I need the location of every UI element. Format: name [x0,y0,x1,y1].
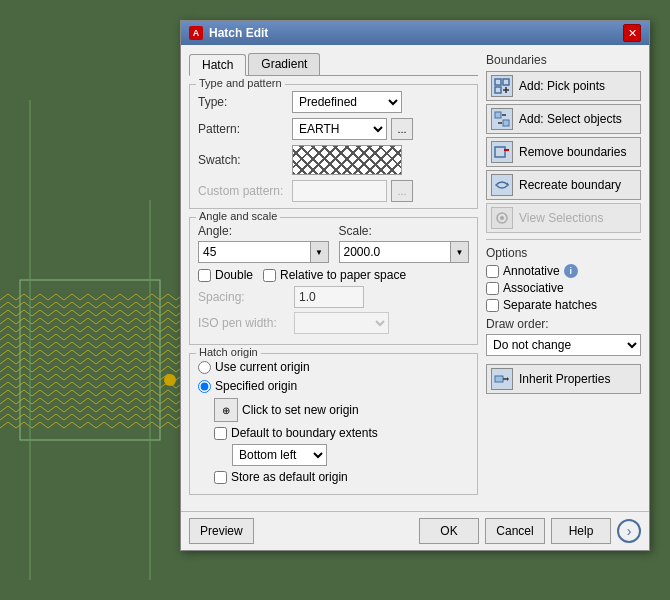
default-extents-label: Default to boundary extents [231,426,378,440]
inherit-properties-button[interactable]: Inherit Properties [486,364,641,394]
current-origin-label: Use current origin [215,360,310,374]
type-select[interactable]: Predefined User defined Custom [292,91,402,113]
set-origin-button[interactable]: ⊕ [214,398,238,422]
svg-rect-1 [503,79,509,85]
preview-button[interactable]: Preview [189,518,254,544]
double-checkbox[interactable] [198,269,211,282]
options-section-label: Options [486,246,641,260]
custom-pattern-row: Custom pattern: ... [198,180,469,202]
angle-sub-label: Angle: [198,224,329,238]
bottom-bar: Preview OK Cancel Help › [181,511,649,550]
draw-order-label: Draw order: [486,317,641,331]
specified-origin-label: Specified origin [215,379,297,393]
svg-rect-14 [495,376,503,382]
custom-pattern-browse[interactable]: ... [391,180,413,202]
angle-scale-label: Angle and scale [196,210,280,222]
double-label: Double [215,268,253,282]
relative-checkbox[interactable] [263,269,276,282]
hatch-edit-dialog: A Hatch Edit ✕ Hatch Gradient Type and p… [180,20,650,551]
pattern-row: Pattern: EARTH ANSI31 DOTS ... [198,118,469,140]
tab-gradient[interactable]: Gradient [248,53,320,75]
dialog-body: Hatch Gradient Type and pattern Type: Pr… [181,45,649,511]
type-label: Type: [198,95,288,109]
draw-order-select[interactable]: Do not change Send to back Bring to fron… [486,334,641,356]
add-pick-icon [491,75,513,97]
add-select-button[interactable]: Add: Select objects [486,104,641,134]
left-panel: Hatch Gradient Type and pattern Type: Pr… [189,53,478,503]
annotative-info-icon: i [564,264,578,278]
inherit-properties-label: Inherit Properties [519,372,610,386]
associative-checkbox[interactable] [486,282,499,295]
view-selections-button[interactable]: View Selections [486,203,641,233]
angle-dropdown-btn[interactable]: ▼ [310,242,328,262]
pattern-browse-button[interactable]: ... [391,118,413,140]
separate-hatches-checkbox[interactable] [486,299,499,312]
inherit-properties-icon [491,368,513,390]
associative-row: Associative [486,281,641,295]
dialog-title: Hatch Edit [209,26,268,40]
type-row: Type: Predefined User defined Custom [198,91,469,113]
add-pick-points-button[interactable]: Add: Pick points [486,71,641,101]
iso-select[interactable] [294,312,389,334]
swatch-row: Swatch: [198,145,469,175]
tab-hatch[interactable]: Hatch [189,54,246,76]
add-select-label: Add: Select objects [519,112,622,126]
current-origin-radio[interactable] [198,361,211,374]
navigate-arrow[interactable]: › [617,519,641,543]
angle-scale-cols: Angle: ▼ Scale: ▼ [198,224,469,263]
custom-pattern-input[interactable] [292,180,387,202]
app-icon: A [189,26,203,40]
spacing-label: Spacing: [198,290,288,304]
scale-dropdown-btn[interactable]: ▼ [450,242,468,262]
relative-label: Relative to paper space [280,268,406,282]
divider-1 [486,239,641,240]
store-origin-checkbox[interactable] [214,471,227,484]
angle-scale-section: Angle and scale Angle: ▼ Scale: ▼ [189,217,478,345]
svg-rect-9 [495,147,505,157]
swatch-pattern [293,146,401,174]
cancel-button[interactable]: Cancel [485,518,545,544]
associative-label: Associative [503,281,564,295]
swatch-label: Swatch: [198,153,288,167]
svg-rect-0 [495,79,501,85]
click-set-label: Click to set new origin [242,403,359,417]
scale-input[interactable] [340,242,451,262]
remove-boundaries-icon [491,141,513,163]
pattern-select[interactable]: EARTH ANSI31 DOTS [292,118,387,140]
annotative-row: Annotative i [486,264,641,278]
spacing-row: Spacing: [198,286,469,308]
annotative-checkbox[interactable] [486,265,499,278]
double-row: Double [198,268,253,282]
title-bar-left: A Hatch Edit [189,26,268,40]
add-pick-label: Add: Pick points [519,79,605,93]
svg-rect-5 [495,112,501,118]
help-button[interactable]: Help [551,518,611,544]
angle-input[interactable] [199,242,310,262]
add-select-icon [491,108,513,130]
current-origin-row: Use current origin [198,360,469,374]
svg-rect-6 [503,120,509,126]
default-extents-checkbox[interactable] [214,427,227,440]
scale-input-group: ▼ [339,241,470,263]
spacing-input[interactable] [294,286,364,308]
pattern-label: Pattern: [198,122,288,136]
type-pattern-label: Type and pattern [196,77,285,89]
remove-boundaries-button[interactable]: Remove boundaries [486,137,641,167]
svg-marker-11 [507,182,509,185]
hatch-origin-section: Hatch origin Use current origin Specifie… [189,353,478,495]
scale-col: Scale: ▼ [339,224,470,263]
specified-origin-radio[interactable] [198,380,211,393]
separate-hatches-label: Separate hatches [503,298,597,312]
ok-button[interactable]: OK [419,518,479,544]
scale-sub-label: Scale: [339,224,470,238]
title-bar: A Hatch Edit ✕ [181,21,649,45]
view-selections-icon [491,207,513,229]
svg-point-13 [500,216,504,220]
store-origin-row: Store as default origin [214,470,469,484]
angle-input-group: ▼ [198,241,329,263]
recreate-boundary-button[interactable]: Recreate boundary [486,170,641,200]
extent-select[interactable]: Bottom left Bottom right Top left Top ri… [232,444,327,466]
annotative-label: Annotative [503,264,560,278]
iso-label: ISO pen width: [198,316,288,330]
close-button[interactable]: ✕ [623,24,641,42]
